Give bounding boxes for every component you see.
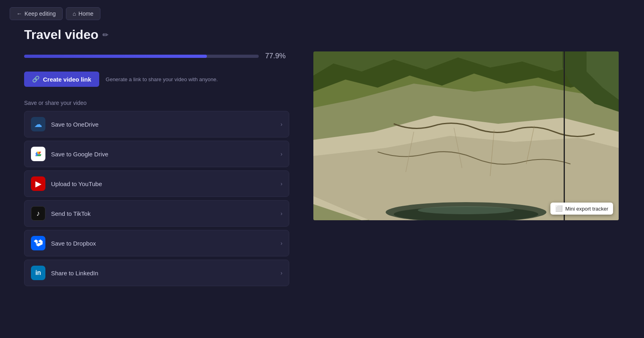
onedrive-chevron-icon: › xyxy=(280,121,282,127)
keep-editing-label: Keep editing xyxy=(25,10,56,17)
progress-bar-background xyxy=(24,55,259,58)
create-link-label: Create video link xyxy=(43,76,91,83)
share-item-left: ☁ Save to OneDrive xyxy=(31,117,98,131)
share-list: ☁ Save to OneDrive › xyxy=(24,111,289,286)
youtube-label: Upload to YouTube xyxy=(51,180,102,187)
tiktok-chevron-icon: › xyxy=(280,210,282,217)
home-button[interactable]: ⌂ Home xyxy=(66,7,100,20)
terrain-background xyxy=(313,51,619,220)
dropbox-icon xyxy=(34,239,43,248)
mini-tracker-label: Mini export tracker xyxy=(565,206,608,212)
tiktok-icon-wrap: ♪ xyxy=(31,206,45,221)
share-item-left: ▶ Upload to YouTube xyxy=(31,176,102,191)
share-item-left: Save to Dropbox xyxy=(31,236,96,250)
back-icon: ← xyxy=(16,10,22,17)
share-section-label: Save or share your video xyxy=(24,100,289,106)
onedrive-icon-wrap: ☁ xyxy=(31,117,45,131)
home-icon: ⌂ xyxy=(73,10,76,17)
gdrive-label: Save to Google Drive xyxy=(51,151,108,158)
linkedin-icon: in xyxy=(35,269,41,277)
mini-export-tracker[interactable]: ⬜ Mini export tracker xyxy=(550,203,613,215)
progress-bar-fill xyxy=(24,55,207,58)
top-nav: ← Keep editing ⌂ Home xyxy=(0,0,644,27)
onedrive-label: Save to OneDrive xyxy=(51,121,98,128)
gdrive-icon-wrap xyxy=(31,147,45,161)
dropbox-chevron-icon: › xyxy=(280,240,282,246)
tiktok-icon: ♪ xyxy=(37,209,40,218)
edit-title-icon[interactable]: ✏ xyxy=(102,31,108,39)
gdrive-chevron-icon: › xyxy=(280,151,282,157)
dropbox-label: Save to Dropbox xyxy=(51,240,96,247)
share-item-linkedin[interactable]: in Share to LinkedIn › xyxy=(24,260,289,286)
share-item-left: ♪ Send to TikTok xyxy=(31,206,90,221)
share-item-left: Save to Google Drive xyxy=(31,147,108,161)
youtube-chevron-icon: › xyxy=(280,180,282,187)
onedrive-icon: ☁ xyxy=(34,119,42,129)
svg-point-18 xyxy=(418,206,514,214)
chain-link-icon: 🔗 xyxy=(32,76,40,83)
share-item-dropbox[interactable]: Save to Dropbox › xyxy=(24,230,289,256)
create-link-row: 🔗 Create video link Generate a link to s… xyxy=(24,72,289,87)
video-split-divider xyxy=(564,51,565,220)
tiktok-label: Send to TikTok xyxy=(51,210,90,217)
page-title: Travel video xyxy=(24,27,98,42)
share-item-onedrive[interactable]: ☁ Save to OneDrive › xyxy=(24,111,289,137)
linkedin-label: Share to LinkedIn xyxy=(51,270,98,277)
share-item-gdrive[interactable]: Save to Google Drive › xyxy=(24,141,289,167)
gdrive-icon xyxy=(34,150,43,158)
share-item-tiktok[interactable]: ♪ Send to TikTok › xyxy=(24,200,289,227)
video-preview: ⬜ Mini export tracker xyxy=(313,51,619,220)
progress-percentage: 77.9% xyxy=(265,52,289,60)
right-panel: ⬜ Mini export tracker xyxy=(313,27,620,286)
progress-row: 77.9% xyxy=(24,52,289,60)
main-layout: Travel video ✏ 77.9% 🔗 Create video link… xyxy=(0,27,644,286)
dropbox-icon-wrap xyxy=(31,236,45,250)
linkedin-chevron-icon: › xyxy=(280,270,282,276)
youtube-icon: ▶ xyxy=(35,179,41,188)
youtube-icon-wrap: ▶ xyxy=(31,176,45,191)
create-video-link-button[interactable]: 🔗 Create video link xyxy=(24,72,99,87)
left-panel: Travel video ✏ 77.9% 🔗 Create video link… xyxy=(24,27,289,286)
share-item-left: in Share to LinkedIn xyxy=(31,266,98,280)
keep-editing-button[interactable]: ← Keep editing xyxy=(10,7,63,20)
title-row: Travel video ✏ xyxy=(24,27,289,42)
linkedin-icon-wrap: in xyxy=(31,266,45,280)
create-link-description: Generate a link to share your video with… xyxy=(106,76,218,82)
home-label: Home xyxy=(78,10,93,17)
share-item-youtube[interactable]: ▶ Upload to YouTube › xyxy=(24,170,289,197)
mini-tracker-icon: ⬜ xyxy=(555,205,563,212)
